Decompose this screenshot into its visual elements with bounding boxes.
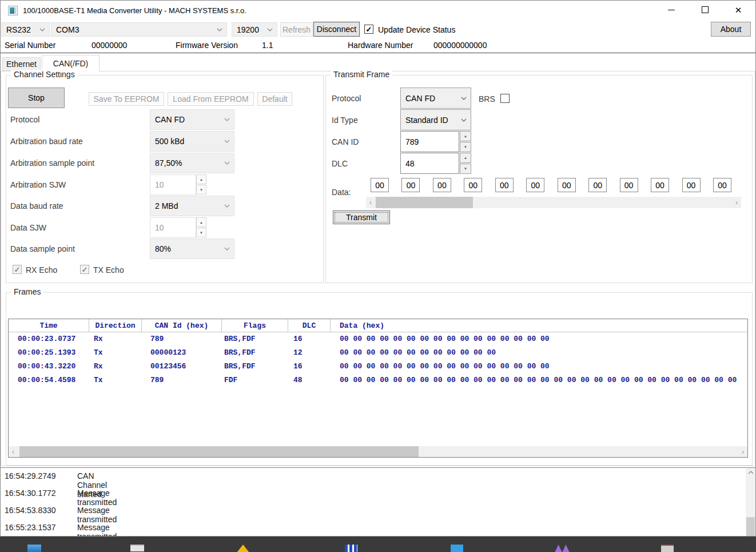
taskbar-app-icon-5[interactable]	[451, 545, 463, 552]
spin-up-icon[interactable]: ▲	[460, 153, 471, 163]
frame-row[interactable]: 00:00:23.0737 Rx 789 BRS,FDF 16 00 00 00…	[9, 332, 747, 346]
tab-can-fd[interactable]: CAN(/FD)	[42, 55, 100, 72]
col-header-can-id[interactable]: CAN Id (hex)	[142, 319, 222, 332]
taskbar-app-icon-6[interactable]	[555, 545, 570, 552]
transmit-button[interactable]: Transmit	[333, 211, 390, 224]
id-type-select[interactable]: Standard ID	[400, 109, 471, 130]
update-device-status-checkbox[interactable]: ✓	[364, 25, 373, 34]
data-baud-rate-value: 2 MBd	[155, 201, 178, 211]
spin-up-icon[interactable]: ▲	[196, 217, 206, 227]
spin-up-icon[interactable]: ▲	[196, 174, 206, 184]
col-header-dlc[interactable]: DLC	[288, 319, 331, 332]
data-byte-input[interactable]: 00	[620, 178, 638, 192]
data-byte-input[interactable]: 00	[401, 178, 420, 192]
arbitration-baud-rate-select[interactable]: 500 kBd	[150, 131, 234, 152]
taskbar-app-icon-3[interactable]	[237, 545, 249, 552]
dlc-label: DLC	[332, 159, 348, 168]
frame-row[interactable]: 00:00:54.4598 Tx 789 FDF 48 00 00 00 00 …	[9, 374, 747, 387]
scroll-right-icon[interactable]: ›	[738, 446, 747, 458]
baudrate-select[interactable]: 19200	[232, 22, 277, 37]
frame-flags: FDF	[222, 374, 288, 387]
arbitration-sjw-input[interactable]: 10	[150, 174, 196, 195]
tf-protocol-value: CAN FD	[405, 94, 435, 103]
scroll-right-icon[interactable]: ›	[732, 197, 741, 208]
window-title: 100/1000BASE-T1 Media Converter Utility …	[23, 6, 246, 15]
data-sample-point-select[interactable]: 80%	[150, 239, 234, 259]
minimize-button[interactable]	[658, 0, 685, 19]
data-byte-input[interactable]: 00	[526, 178, 544, 192]
scroll-left-icon[interactable]: ‹	[9, 446, 18, 458]
stop-button[interactable]: Stop	[8, 88, 65, 108]
data-byte-input[interactable]: 00	[371, 178, 389, 192]
data-byte-input[interactable]: 00	[495, 178, 514, 192]
rx-echo-label: RX Echo	[26, 265, 57, 275]
dlc-input[interactable]: 48	[400, 153, 459, 174]
col-header-direction[interactable]: Direction	[89, 319, 142, 332]
maximize-button[interactable]	[692, 0, 718, 19]
scroll-left-icon[interactable]: ‹	[366, 197, 375, 208]
scrollbar-thumb[interactable]	[746, 517, 755, 536]
taskbar-app-icon-4[interactable]	[345, 545, 357, 552]
tab-ethernet[interactable]: Ethernet	[2, 57, 41, 71]
spin-down-icon[interactable]: ▼	[460, 142, 471, 152]
frame-row[interactable]: 00:00:25.1393 Tx 00000123 BRS,FDF 12 00 …	[9, 346, 747, 360]
data-byte-input[interactable]: 00	[588, 178, 607, 192]
firmware-version-label: Firmware Version	[176, 41, 238, 50]
spin-down-icon[interactable]: ▼	[460, 164, 471, 174]
data-baud-rate-select[interactable]: 2 MBd	[150, 196, 234, 216]
spin-down-icon[interactable]: ▼	[196, 185, 206, 194]
spin-down-icon[interactable]: ▼	[196, 228, 206, 237]
load-from-eeprom-button[interactable]: Load From EEPROM	[168, 92, 254, 106]
frames-table-header[interactable]: Time Direction CAN Id (hex) Flags DLC Da…	[9, 319, 747, 332]
brs-checkbox[interactable]	[500, 94, 510, 103]
protocol-select[interactable]: CAN FD	[150, 109, 234, 130]
frame-row[interactable]: 00:00:43.3220 Rx 00123456 BRS,FDF 16 00 …	[9, 360, 747, 374]
log-time: 16:54:29.2749	[5, 471, 56, 480]
data-sjw-spinner[interactable]: ▲ ▼	[196, 217, 206, 238]
can-id-spinner[interactable]: ▲ ▼	[460, 131, 471, 153]
col-header-time[interactable]: Time	[9, 319, 89, 332]
scrollbar-thumb[interactable]	[376, 197, 473, 208]
arbitration-sample-point-value: 87,50%	[155, 158, 182, 168]
scroll-up-icon[interactable]	[746, 468, 755, 477]
spin-up-icon[interactable]: ▲	[460, 131, 471, 141]
tx-echo-checkbox[interactable]: ✓	[80, 265, 89, 274]
frame-direction: Rx	[89, 332, 142, 346]
frames-table-scrollbar[interactable]: ‹ ›	[9, 446, 747, 457]
rx-echo-checkbox[interactable]: ✓	[13, 265, 22, 274]
log-scrollbar[interactable]	[746, 468, 755, 536]
col-header-data[interactable]: Data (hex)	[331, 319, 747, 332]
close-button[interactable]: ✕	[725, 0, 751, 19]
taskbar-app-icon-2[interactable]	[130, 545, 144, 551]
tf-protocol-select[interactable]: CAN FD	[400, 88, 471, 109]
default-button[interactable]: Default	[257, 92, 292, 106]
scrollbar-thumb[interactable]	[19, 446, 419, 457]
data-byte-input[interactable]: 00	[433, 178, 451, 192]
com-port-select[interactable]: COM3	[51, 22, 227, 37]
frame-data: 00 00 00 00 00 00 00 00 00 00 00 00 00 0…	[331, 332, 747, 346]
data-sjw-input[interactable]: 10	[150, 217, 196, 238]
col-header-flags[interactable]: Flags	[222, 319, 288, 332]
disconnect-button[interactable]: Disconnect	[313, 22, 360, 37]
app-icon-fill	[10, 7, 14, 14]
arbitration-sjw-spinner[interactable]: ▲ ▼	[196, 174, 206, 195]
can-id-input[interactable]: 789	[400, 131, 459, 152]
frame-data: 00 00 00 00 00 00 00 00 00 00 00 00 00 0…	[331, 374, 747, 387]
taskbar-app-icon-1[interactable]	[27, 545, 41, 552]
interface-select[interactable]: RS232	[1, 22, 50, 37]
save-to-eeprom-button[interactable]: Save To EEPROM	[89, 92, 164, 106]
arbitration-sample-point-select[interactable]: 87,50%	[150, 153, 234, 173]
data-byte-input[interactable]: 00	[651, 178, 669, 192]
data-byte-input[interactable]: 00	[682, 178, 701, 192]
dlc-spinner[interactable]: ▲ ▼	[460, 153, 471, 174]
data-bytes-scrollbar[interactable]: ‹ ›	[366, 197, 741, 208]
data-byte-input[interactable]: 00	[464, 178, 482, 192]
frame-can-id: 00123456	[142, 360, 222, 374]
data-byte-input[interactable]: 00	[713, 178, 731, 192]
frame-flags: BRS,FDF	[222, 332, 288, 346]
taskbar-app-icon-7[interactable]	[661, 545, 674, 552]
data-byte-input[interactable]: 00	[558, 178, 576, 192]
about-button[interactable]: About	[711, 22, 751, 37]
frame-data: 00 00 00 00 00 00 00 00 00 00 00 00 00 0…	[331, 360, 747, 374]
refresh-button[interactable]: Refresh	[280, 22, 313, 37]
